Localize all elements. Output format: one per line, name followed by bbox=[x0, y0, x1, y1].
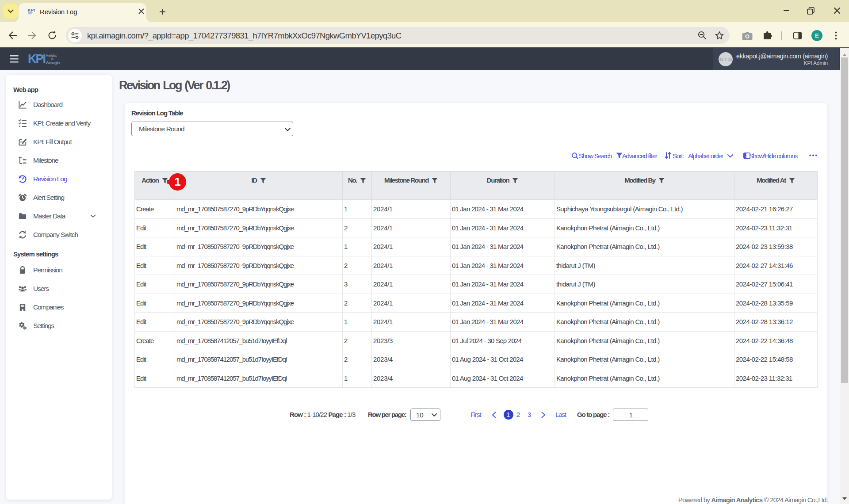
svg-text:KPI: KPI bbox=[28, 8, 35, 12]
